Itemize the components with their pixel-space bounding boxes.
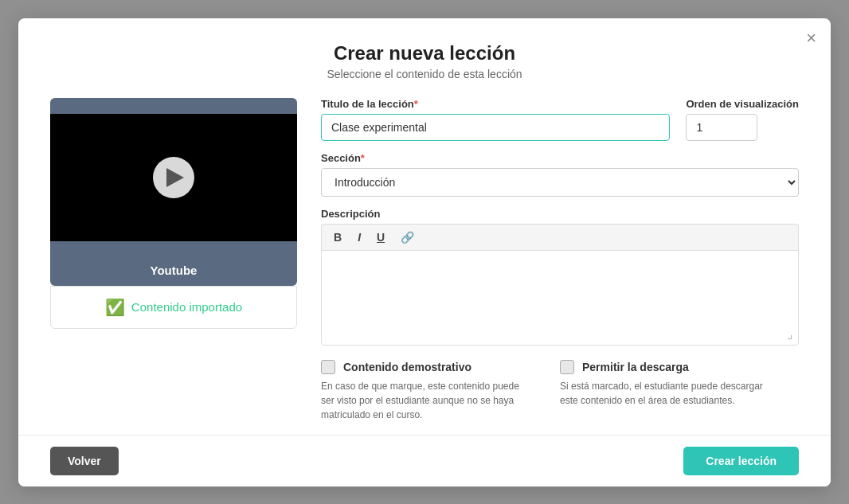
volver-button[interactable]: Volver [50,447,119,475]
imported-badge: ✅ Contenido importado [50,286,297,329]
descarga-label: Permitir la descarga [582,361,689,373]
demo-desc: En caso de que marque, este contenido pu… [321,379,528,422]
left-panel: Youtube ✅ Contenido importado [50,98,297,435]
bold-button[interactable]: B [330,229,346,245]
imported-text: Contenido importado [131,300,242,314]
close-button[interactable]: × [806,29,816,47]
crear-button[interactable]: Crear lección [683,447,799,475]
italic-button[interactable]: I [354,229,365,245]
seccion-group: Sección* Introducción [321,152,799,197]
link-button[interactable]: 🔗 [397,229,418,245]
descarga-checkbox-header: Permitir la descarga [560,360,767,374]
descarga-checkbox[interactable] [560,360,574,374]
editor-content[interactable] [321,250,799,346]
editor-toolbar: B I U 🔗 [321,224,799,250]
descripcion-label: Descripción [321,208,799,220]
checkboxes-row: Contenido demostrativo En caso de que ma… [321,360,799,435]
orden-input[interactable] [686,114,757,141]
descripcion-group: Descripción B I U 🔗 [321,208,799,346]
descarga-checkbox-group: Permitir la descarga Si está marcado, el… [560,360,767,422]
demo-checkbox[interactable] [321,360,335,374]
modal-overlay: × Crear nueva lección Seleccione el cont… [0,0,849,504]
modal-title: Crear nueva lección [50,42,799,64]
underline-button[interactable]: U [373,229,389,245]
seccion-label: Sección* [321,152,799,164]
video-preview [50,98,297,257]
titulo-input[interactable] [321,114,670,141]
orden-group: Orden de visualización [686,98,799,141]
demo-checkbox-group: Contenido demostrativo En caso de que ma… [321,360,528,422]
seccion-select[interactable]: Introducción [321,168,799,197]
video-label: Youtube [151,264,198,277]
modal-body: Youtube ✅ Contenido importado Titulo de … [50,98,799,435]
demo-checkbox-header: Contenido demostrativo [321,360,528,374]
orden-label: Orden de visualización [686,98,799,110]
modal-footer: Volver Crear lección [18,435,831,486]
check-icon: ✅ [105,298,125,317]
titulo-label: Titulo de la lección* [321,98,670,110]
video-black [50,114,297,241]
modal-subtitle: Seleccione el contenido de esta lección [50,68,799,80]
seccion-dropdown-wrapper: Introducción [321,168,799,197]
titulo-orden-row: Titulo de la lección* Orden de visualiza… [321,98,799,141]
demo-label: Contenido demostrativo [343,361,471,373]
titulo-group: Titulo de la lección* [321,98,670,141]
right-panel: Titulo de la lección* Orden de visualiza… [321,98,799,435]
descarga-desc: Si está marcado, el estudiante puede des… [560,379,767,408]
play-button[interactable] [153,157,194,198]
modal-container: × Crear nueva lección Seleccione el cont… [18,18,831,486]
video-label-bar: Youtube [50,257,297,286]
